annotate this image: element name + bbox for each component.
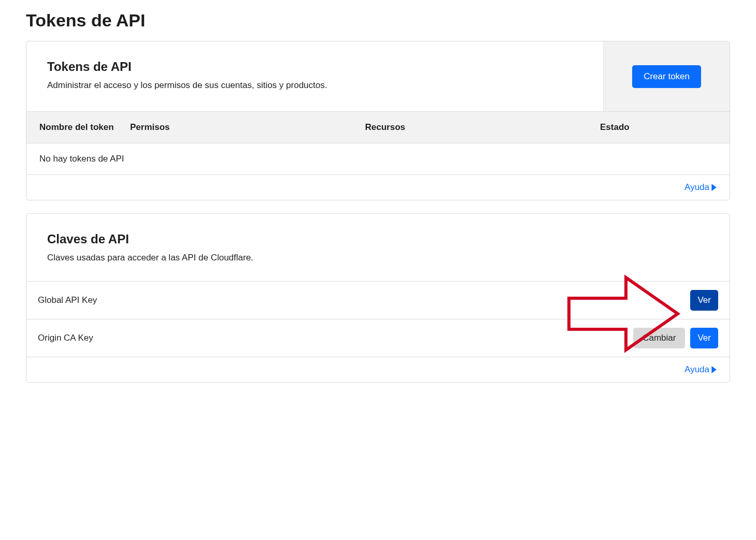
keys-card-title: Claves de API xyxy=(47,232,709,246)
tokens-card-header-left: Tokens de API Administrar el acceso y lo… xyxy=(26,41,603,111)
view-origin-ca-key-button[interactable]: Ver xyxy=(690,328,718,348)
key-actions-origin: Cambiar Ver xyxy=(633,328,718,348)
key-row-global-api-key: Global API Key Ver xyxy=(26,281,730,319)
tokens-card-footer: Ayuda xyxy=(26,175,730,200)
tokens-help-label: Ayuda xyxy=(684,182,709,193)
tokens-help-link[interactable]: Ayuda xyxy=(684,182,717,193)
create-token-button[interactable]: Crear token xyxy=(632,65,701,88)
tokens-table-header: Nombre del token Permisos Recursos Estad… xyxy=(26,111,730,143)
chevron-right-icon xyxy=(711,184,717,191)
keys-card-header: Claves de API Claves usadas para acceder… xyxy=(26,214,730,281)
tokens-card-header-right: Crear token xyxy=(603,41,730,111)
col-header-recursos: Recursos xyxy=(365,122,601,133)
col-header-estado: Estado xyxy=(600,122,730,133)
key-row-origin-ca-key: Origin CA Key Cambiar Ver xyxy=(26,319,730,357)
view-global-api-key-button[interactable]: Ver xyxy=(690,290,718,311)
keys-card-subtitle: Claves usadas para acceder a las API de … xyxy=(47,253,709,263)
keys-help-link[interactable]: Ayuda xyxy=(684,364,717,375)
col-header-token-name: Nombre del token xyxy=(26,122,130,133)
tokens-card-header: Tokens de API Administrar el acceso y lo… xyxy=(26,41,730,111)
empty-tokens-message: No hay tokens de API xyxy=(26,154,130,164)
tokens-card-title: Tokens de API xyxy=(47,60,582,74)
keys-help-label: Ayuda xyxy=(684,364,709,375)
col-header-permisos: Permisos xyxy=(130,122,365,133)
key-name-global: Global API Key xyxy=(38,295,97,305)
keys-card-footer: Ayuda xyxy=(26,357,730,382)
tokens-empty-row: No hay tokens de API xyxy=(26,143,730,175)
chevron-right-icon xyxy=(711,366,717,373)
key-name-origin: Origin CA Key xyxy=(38,333,93,343)
page-title: Tokens de API xyxy=(26,10,730,31)
tokens-card-subtitle: Administrar el acceso y los permisos de … xyxy=(47,80,582,91)
change-origin-ca-key-button[interactable]: Cambiar xyxy=(633,328,685,348)
keys-card: Claves de API Claves usadas para acceder… xyxy=(26,213,730,383)
tokens-card: Tokens de API Administrar el acceso y lo… xyxy=(26,41,730,200)
key-actions-global: Ver xyxy=(690,290,718,311)
